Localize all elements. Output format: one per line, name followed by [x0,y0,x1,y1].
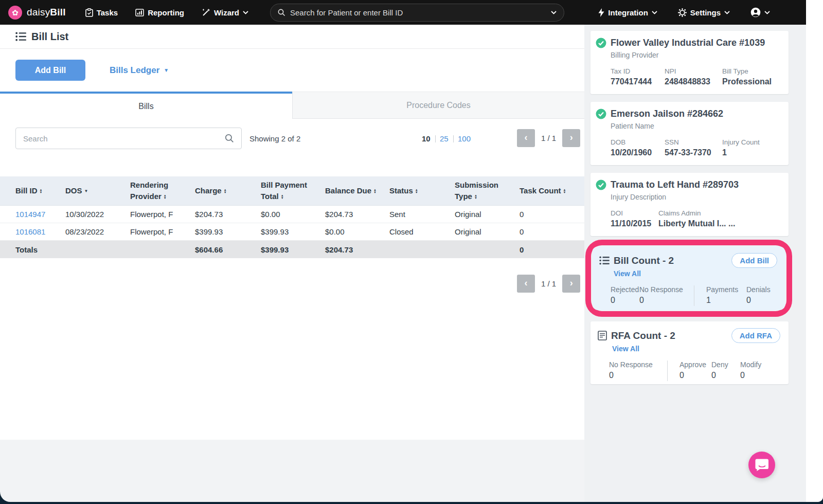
bills-search-input[interactable] [23,134,225,143]
page-title: Bill List [31,31,68,43]
bill-id-link[interactable]: 1014947 [15,210,65,219]
bills-search-box[interactable] [15,128,242,149]
col-submission-type[interactable]: Submission Type [455,179,520,202]
stat-payments: Payments 1 [706,285,746,305]
dropdown-triangle-icon: ▼ [164,67,169,73]
field-tax-id: Tax ID 770417444 [611,67,665,86]
chevron-down-icon [652,11,657,14]
magic-wand-icon [202,8,210,17]
table-row: 1014947 10/30/2022 Flowerpot, F $204.73 … [0,206,584,223]
bill-count-card[interactable]: Bill Count - 2 Add Bill View All Rejecte… [592,246,785,310]
rendering-provider-cell: Flowerpot, F [130,227,195,236]
totals-task-count: 0 [520,245,584,254]
next-page-button[interactable] [562,129,580,147]
page-indicator: 1 / 1 [541,279,556,288]
prev-page-button[interactable] [517,275,535,293]
field-dob: DOB 10/20/1960 [611,138,665,157]
nav-integration[interactable]: Integration [598,8,657,17]
chevron-down-icon [243,11,248,14]
stats-divider [694,285,694,306]
gear-icon [678,8,687,17]
global-search-input[interactable] [290,8,546,17]
nav-wizard-label: Wizard [214,8,239,17]
injury-title: Trauma to Left Hand #289703 [611,179,739,191]
search-icon [225,134,234,143]
balance-due-cell: $0.00 [325,227,389,236]
nav-wizard[interactable]: Wizard [202,8,248,17]
tab-procedure-codes[interactable]: Procedure Codes [292,92,584,119]
rfa-document-icon [598,331,607,340]
task-count-cell: 0 [520,227,584,236]
sidebar-add-bill-button[interactable]: Add Bill [731,253,777,268]
page-size-100[interactable]: 100 [458,134,471,143]
rfa-count-card[interactable]: RFA Count - 2 Add RFA View All No Respon… [591,321,789,384]
bills-ledger-dropdown[interactable]: Bills Ledger ▼ [110,65,169,76]
bill-count-icon [599,256,610,265]
global-search[interactable] [270,4,564,22]
col-charge[interactable]: Charge [195,185,261,196]
nav-tasks[interactable]: Tasks [85,8,118,17]
col-status[interactable]: Status [389,185,455,196]
brand-logo[interactable]: ✿ daisyBill [8,6,66,20]
col-bill-payment-total[interactable]: Bill Payment Total [261,179,325,202]
bill-list-icon [15,32,26,41]
sort-icon [224,189,227,194]
table-header: Bill ID DOS Rendering Provider Charge Bi… [0,176,584,206]
col-balance-due[interactable]: Balance Due [325,185,389,196]
check-circle-icon [596,179,606,190]
submission-type-cell: Original [455,210,520,219]
patient-title: Emerson Jailson #284662 [611,109,723,120]
patient-card[interactable]: Emerson Jailson #284662 Patient Name DOB… [591,102,789,165]
tab-bills[interactable]: Bills [0,92,292,119]
stat-modify: Modify 0 [740,361,780,380]
pagination-bottom: 1 / 1 [517,275,580,293]
nav-account-menu[interactable] [750,7,770,17]
chat-bubble-icon [755,459,769,472]
sort-icon [281,194,284,200]
prev-page-button[interactable] [517,129,535,147]
next-page-button[interactable] [562,275,580,293]
table-row: 1016081 08/23/2022 Flowerpot, F $399.93 … [0,223,584,241]
charge-cell: $204.73 [195,210,261,219]
stat-approve: Approve 0 [679,361,711,380]
page-size-25[interactable]: 25 [440,134,449,143]
billing-provider-card[interactable]: Flower Valley Industrial Care #1039 Bill… [591,31,789,94]
page-indicator: 1 / 1 [541,134,556,142]
add-bill-button[interactable]: Add Bill [15,60,85,81]
clipboard-icon [85,8,93,17]
check-circle-icon [596,38,606,48]
bill-count-view-all-link[interactable]: View All [614,269,641,278]
pagination-top: 1 / 1 [517,129,580,147]
stat-deny: Deny 0 [711,361,740,380]
stat-rejected: Rejected 0 [611,285,639,305]
add-rfa-button[interactable]: Add RFA [731,328,780,343]
user-avatar-icon [750,7,761,17]
field-injury-count: Injury Count 1 [722,138,781,157]
injury-card[interactable]: Trauma to Left Hand #289703 Injury Descr… [591,173,789,236]
nav-settings[interactable]: Settings [678,8,730,17]
sort-icon [164,194,167,200]
nav-reporting[interactable]: Reporting [135,8,184,17]
check-circle-icon [596,109,606,119]
totals-balance-due: $204.73 [325,245,389,254]
page-size-selector: 10 25 100 [422,134,471,143]
col-bill-id[interactable]: Bill ID [15,185,65,196]
list-controls: Showing 2 of 2 10 25 100 1 / 1 [0,119,584,176]
sort-icon [373,189,377,194]
col-dos[interactable]: DOS [65,185,130,196]
brand-name: daisyBill [27,7,66,18]
nav-right-group: Integration Settings [598,7,770,17]
daisy-flower-icon: ✿ [8,6,22,20]
chat-launcher-button[interactable] [748,452,775,478]
bill-id-link[interactable]: 1016081 [15,227,65,236]
stat-no-response: No Response 0 [639,285,694,305]
lightning-icon [598,8,604,17]
main-content: Bill List Add Bill Bills Ledger ▼ Bills … [0,25,584,440]
rfa-view-all-link[interactable]: View All [612,345,639,353]
task-count-cell: 0 [520,210,584,219]
col-rendering-provider[interactable]: Rendering Provider [130,179,195,202]
chevron-down-icon[interactable] [551,11,557,14]
col-task-count[interactable]: Task Count [520,185,584,196]
page-header: Bill List [0,25,584,49]
page-size-10[interactable]: 10 [422,134,431,143]
